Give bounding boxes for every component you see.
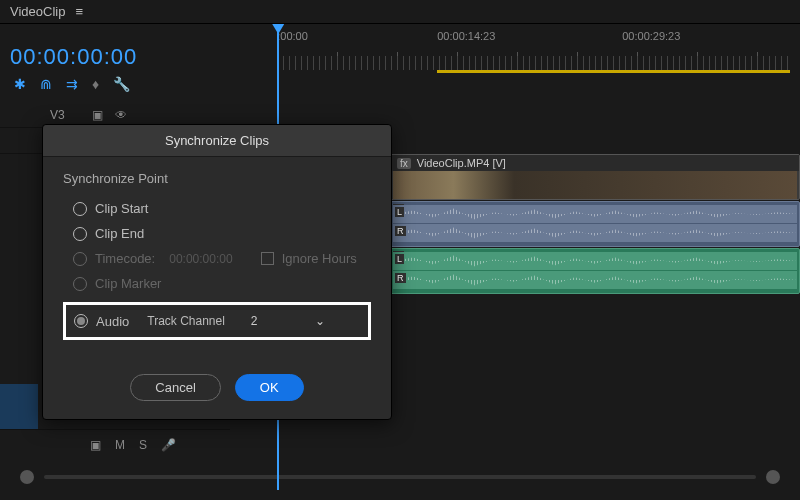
- waveform-left: L: [393, 252, 797, 270]
- clip-name: VideoClip.MP4 [V]: [417, 157, 506, 169]
- waveform-right: R: [393, 271, 797, 289]
- track-patch[interactable]: [0, 384, 38, 429]
- radio-audio[interactable]: Audio Track Channel 2 ⌄: [74, 311, 360, 331]
- audio-clip-a1[interactable]: fx L R: [390, 201, 800, 247]
- ok-button[interactable]: OK: [235, 374, 304, 401]
- ruler-tick-label: :00:00: [277, 30, 308, 42]
- horizontal-scrollbar[interactable]: [0, 460, 800, 494]
- eye-icon[interactable]: 👁: [115, 108, 127, 122]
- zoom-handle-left[interactable]: [20, 470, 34, 484]
- timeline-toolbar: ✱ ⋒ ⇉ ♦ 🔧: [0, 70, 800, 102]
- wrench-icon[interactable]: 🔧: [113, 76, 130, 92]
- zoom-handle-right[interactable]: [766, 470, 780, 484]
- radio-icon: [74, 314, 88, 328]
- fx-badge[interactable]: fx: [397, 158, 411, 169]
- scroll-track[interactable]: [44, 475, 756, 479]
- snap-icon[interactable]: ✱: [14, 76, 26, 92]
- radio-icon: [73, 277, 87, 291]
- waveform-left: L: [393, 205, 797, 223]
- radio-icon: [73, 202, 87, 216]
- waveform-right: R: [393, 224, 797, 242]
- dialog-section-label: Synchronize Point: [63, 171, 371, 186]
- time-ruler[interactable]: :00:00 00:00:14:23 00:00:29:23 00:00: [277, 30, 790, 70]
- track-channel-dropdown[interactable]: 2 ⌄: [243, 311, 333, 331]
- synchronize-clips-dialog: Synchronize Clips Synchronize Point Clip…: [42, 124, 392, 420]
- chevron-down-icon: ⌄: [315, 314, 325, 328]
- panel-tab-name[interactable]: VideoClip: [10, 4, 65, 19]
- panel-menu-icon[interactable]: ≡: [75, 4, 83, 19]
- magnet-icon[interactable]: ⋒: [40, 76, 52, 92]
- radio-icon: [73, 227, 87, 241]
- highlighted-option: Audio Track Channel 2 ⌄: [63, 302, 371, 340]
- mute-button[interactable]: M: [115, 438, 125, 452]
- radio-timecode: Timecode: 00:00:00:00 Ignore Hours: [63, 246, 371, 271]
- track-channel-label: Track Channel: [147, 314, 225, 328]
- toggle-output-icon[interactable]: ▣: [92, 108, 103, 122]
- current-timecode[interactable]: 00:00:00:00: [10, 44, 137, 70]
- toggle-output-icon[interactable]: ▣: [90, 438, 101, 452]
- ruler-ticks: [277, 56, 790, 70]
- timeline-panel: VideoClip ≡ 00:00:00:00 :00:00 00:00:14:…: [0, 0, 800, 500]
- dialog-title: Synchronize Clips: [43, 125, 391, 157]
- marker-icon[interactable]: ♦: [92, 76, 99, 92]
- radio-clip-end[interactable]: Clip End: [63, 221, 371, 246]
- audio-clip-a2[interactable]: fx L R: [390, 248, 800, 294]
- ruler-tick-label: 00:00:29:23: [622, 30, 680, 42]
- clip-thumbnail: [393, 171, 797, 199]
- track-label: V3: [50, 108, 80, 122]
- track-controls-row: ▣ M S 🎤: [0, 430, 230, 460]
- linked-selection-icon[interactable]: ⇉: [66, 76, 78, 92]
- cancel-button[interactable]: Cancel: [130, 374, 220, 401]
- voiceover-mic-icon[interactable]: 🎤: [161, 438, 176, 452]
- radio-clip-start[interactable]: Clip Start: [63, 196, 371, 221]
- panel-tab-bar: VideoClip ≡: [0, 0, 800, 24]
- timecode-value: 00:00:00:00: [169, 252, 232, 266]
- radio-icon: [73, 252, 87, 266]
- video-clip[interactable]: fx VideoClip.MP4 [V]: [390, 154, 800, 200]
- work-area-bar[interactable]: [437, 70, 790, 73]
- ruler-tick-label: 00:00:14:23: [437, 30, 495, 42]
- radio-clip-marker: Clip Marker: [63, 271, 371, 296]
- solo-button[interactable]: S: [139, 438, 147, 452]
- checkbox-icon: [261, 252, 274, 265]
